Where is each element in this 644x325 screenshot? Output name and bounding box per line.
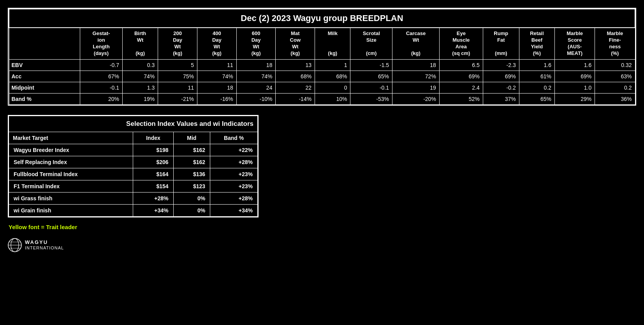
cell-0-4: 18 <box>236 59 276 71</box>
selection-band-4: +28% <box>210 192 258 204</box>
table-title-row: Dec (2) 2023 Wagyu group BREEDPLAN <box>9 9 635 28</box>
header-carcase-wt: CarcaseWt(kg) <box>392 28 440 59</box>
selection-index-1: $206 <box>133 156 173 168</box>
cell-2-2: 11 <box>158 82 197 93</box>
header-rump-fat: RumpFat(mm) <box>483 28 519 59</box>
selection-mid-3: $123 <box>173 180 210 192</box>
cell-2-6: 0 <box>315 82 350 93</box>
selection-label-5: wi Grain finish <box>9 204 133 216</box>
header-mat-cow-wt: MatCowWt(kg) <box>276 28 315 59</box>
selection-band-5: +34% <box>210 204 258 216</box>
cell-1-1: 74% <box>122 71 158 82</box>
cell-3-9: 52% <box>439 93 483 104</box>
cell-3-1: 19% <box>122 93 158 104</box>
header-marble-score: MarbleScore(AUS-MEAT) <box>555 28 595 59</box>
selection-row: Wagyu Breeder Index$198$162+22% <box>9 144 258 156</box>
cell-0-7: -1.5 <box>350 59 392 71</box>
selection-mid-5: 0% <box>173 204 210 216</box>
header-band-pct: Band % <box>210 132 258 144</box>
cell-0-0: -0.7 <box>80 59 122 71</box>
cell-1-8: 72% <box>392 71 440 82</box>
selection-label-2: Fullblood Terminal Index <box>9 168 133 180</box>
selection-header-row: Market Target Index Mid Band % <box>9 132 258 144</box>
logo-area: WAGYU INTERNATIONAL <box>8 238 636 252</box>
cell-3-11: 65% <box>519 93 554 104</box>
cell-3-13: 36% <box>595 93 635 104</box>
cell-2-7: -0.1 <box>350 82 392 93</box>
cell-1-2: 75% <box>158 71 197 82</box>
cell-2-5: 22 <box>276 82 315 93</box>
selection-index-3: $154 <box>133 180 173 192</box>
cell-3-12: 29% <box>555 93 595 104</box>
main-breedplan-table: Dec (2) 2023 Wagyu group BREEDPLAN Gesta… <box>8 8 636 106</box>
selection-band-0: +22% <box>210 144 258 156</box>
table-header-row: Gestat-ionLength(days) BirthWt(kg) 200Da… <box>9 28 635 59</box>
cell-3-8: -20% <box>392 93 440 104</box>
header-empty <box>9 28 80 59</box>
cell-0-2: 5 <box>158 59 197 71</box>
header-birth-wt: BirthWt(kg) <box>122 28 158 59</box>
selection-mid-4: 0% <box>173 192 210 204</box>
cell-1-9: 69% <box>439 71 483 82</box>
header-eye-muscle: EyeMuscleArea(sq cm) <box>439 28 483 59</box>
header-600day: 600DayWt(kg) <box>236 28 276 59</box>
selection-band-1: +28% <box>210 156 258 168</box>
selection-label-1: Self Replacing Index <box>9 156 133 168</box>
footer-note: Yellow font = Trait leader <box>8 224 636 230</box>
cell-2-0: -0.1 <box>80 82 122 93</box>
selection-mid-1: $162 <box>173 156 210 168</box>
cell-3-10: 37% <box>483 93 519 104</box>
selection-index-4: +28% <box>133 192 173 204</box>
header-index: Index <box>133 132 173 144</box>
cell-1-5: 68% <box>276 71 315 82</box>
cell-1-11: 61% <box>519 71 554 82</box>
row-label-band-%: Band % <box>9 93 80 104</box>
cell-0-8: 18 <box>392 59 440 71</box>
table-row: Midpoint-0.11.3111824220-0.1192.4-0.20.2… <box>9 82 635 93</box>
row-label-midpoint: Midpoint <box>9 82 80 93</box>
table-row: Band %20%19%-21%-16%-10%-14%10%-53%-20%5… <box>9 93 635 104</box>
cell-3-6: 10% <box>315 93 350 104</box>
cell-0-1: 0.3 <box>122 59 158 71</box>
cell-0-13: 0.32 <box>595 59 635 71</box>
cell-3-5: -14% <box>276 93 315 104</box>
header-marble-fineness: MarbleFine-ness(%) <box>595 28 635 59</box>
selection-row: Self Replacing Index$206$162+28% <box>9 156 258 168</box>
selection-mid-2: $136 <box>173 168 210 180</box>
cell-3-2: -21% <box>158 93 197 104</box>
header-scrotal: ScrotalSize(cm) <box>350 28 392 59</box>
selection-row: wi Grass finish+28%0%+28% <box>9 192 258 204</box>
header-milk: Milk(kg) <box>315 28 350 59</box>
cell-1-13: 63% <box>595 71 635 82</box>
table-row: Acc67%74%75%74%74%68%68%65%72%69%69%61%6… <box>9 71 635 82</box>
cell-3-4: -10% <box>236 93 276 104</box>
cell-0-6: 1 <box>315 59 350 71</box>
cell-0-11: 1.6 <box>519 59 554 71</box>
cell-2-9: 2.4 <box>439 82 483 93</box>
selection-band-2: +23% <box>210 168 258 180</box>
selection-title-row: Selection Index Values and wi Indicators <box>9 116 258 132</box>
cell-0-12: 1.6 <box>555 59 595 71</box>
selection-index-table: Selection Index Values and wi Indicators… <box>8 115 259 217</box>
selection-title: Selection Index Values and wi Indicators <box>9 116 258 132</box>
header-mid: Mid <box>173 132 210 144</box>
cell-2-10: -0.2 <box>483 82 519 93</box>
header-retail-beef: RetailBeefYield(%) <box>519 28 554 59</box>
cell-0-3: 11 <box>197 59 236 71</box>
table-title: Dec (2) 2023 Wagyu group BREEDPLAN <box>9 9 635 28</box>
cell-2-4: 24 <box>236 82 276 93</box>
header-gestation: Gestat-ionLength(days) <box>80 28 122 59</box>
cell-2-1: 1.3 <box>122 82 158 93</box>
selection-band-3: +23% <box>210 180 258 192</box>
cell-2-11: 0.2 <box>519 82 554 93</box>
cell-1-10: 69% <box>483 71 519 82</box>
cell-1-6: 68% <box>315 71 350 82</box>
header-400day: 400DayWt(kg) <box>197 28 236 59</box>
cell-3-3: -16% <box>197 93 236 104</box>
cell-2-8: 19 <box>392 82 440 93</box>
row-label-acc: Acc <box>9 71 80 82</box>
selection-index-2: $164 <box>133 168 173 180</box>
cell-1-7: 65% <box>350 71 392 82</box>
cell-0-10: -2.3 <box>483 59 519 71</box>
cell-2-13: 0.2 <box>595 82 635 93</box>
